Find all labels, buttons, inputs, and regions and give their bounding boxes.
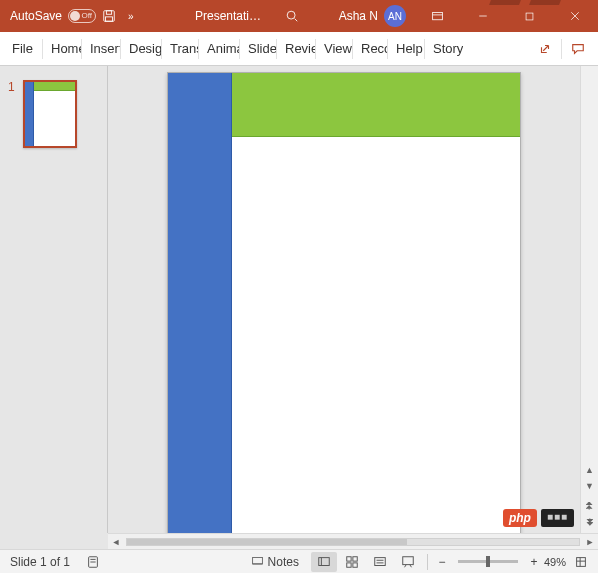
avatar: AN [384,5,406,27]
scroll-track[interactable] [126,538,580,546]
tab-file[interactable]: File [4,32,42,65]
svg-point-3 [287,11,295,19]
thumb-blue-bar [25,82,34,146]
svg-rect-2 [106,17,113,21]
svg-rect-22 [375,557,386,565]
watermark-badges: php ■■■ [503,509,574,527]
scroll-down-icon[interactable]: ▼ [585,479,594,493]
slide-blue-shape[interactable] [168,73,232,533]
slide-thumbnail-pane[interactable]: 1 [0,66,108,533]
tab-view[interactable]: View [316,32,352,65]
horizontal-scrollbar[interactable]: ◄ ► [108,533,598,549]
svg-rect-19 [353,556,357,560]
svg-rect-18 [347,556,351,560]
tab-recording[interactable]: Reco [353,32,387,65]
autosave-toggle[interactable]: AutoSave Off [10,9,96,23]
autosave-label: AutoSave [10,9,62,23]
comments-button[interactable] [566,37,590,61]
notes-label-text: Notes [268,555,299,569]
prev-slide-icon[interactable]: ⯭ [585,499,594,513]
slide-canvas-area[interactable]: php ■■■ [108,66,580,533]
scroll-thumb[interactable] [127,539,407,545]
save-icon[interactable] [100,7,118,25]
zoom-in-button[interactable]: + [526,552,542,572]
zoom-slider[interactable] [458,560,518,563]
accessibility-icon[interactable] [80,552,106,572]
slide-1[interactable] [167,72,521,533]
thumb-green-bar [34,82,75,91]
scroll-right-icon[interactable]: ► [582,537,598,547]
tab-help[interactable]: Help [388,32,424,65]
svg-line-4 [294,19,297,22]
thumbnail-number: 1 [8,80,15,148]
svg-rect-21 [353,562,357,566]
vertical-scrollbar[interactable]: ▲ ▼ ⯭ ⯯ [580,66,598,533]
ribbon-tabs: File Home Insert Design Trans Anima Slid… [0,32,598,66]
slide-sorter-button[interactable] [339,552,365,572]
toggle-off-icon: Off [68,9,96,23]
user-name: Asha N [339,9,378,23]
reading-view-button[interactable] [367,552,393,572]
next-slide-icon[interactable]: ⯯ [585,515,594,529]
svg-rect-16 [319,557,330,565]
zoom-percent[interactable]: 49% [544,556,566,568]
status-bar: Slide 1 of 1 Notes − + 49% [0,549,598,573]
tab-insert[interactable]: Insert [82,32,120,65]
zoom-slider-knob[interactable] [486,556,490,567]
tab-design[interactable]: Design [121,32,161,65]
user-account[interactable]: Asha N AN [331,5,414,27]
slideshow-button[interactable] [395,552,421,572]
tab-transitions[interactable]: Trans [162,32,198,65]
tab-slideshow[interactable]: Slide [240,32,276,65]
svg-rect-5 [432,12,442,19]
tab-review[interactable]: Revie [277,32,315,65]
svg-rect-20 [347,562,351,566]
scroll-up-icon[interactable]: ▲ [585,463,594,477]
svg-rect-25 [403,556,414,564]
document-title: Presentati… [195,0,261,32]
slide-green-shape[interactable] [232,73,520,137]
slide-thumbnail-1[interactable] [23,80,77,148]
svg-rect-14 [252,557,262,564]
search-icon[interactable] [283,7,301,25]
zoom-out-button[interactable]: − [434,552,450,572]
title-bar: AutoSave Off » Presentati… Asha N AN [0,0,598,32]
notes-button[interactable]: Notes [251,555,299,569]
share-button[interactable] [533,37,557,61]
qat-overflow-icon[interactable]: » [122,11,140,22]
svg-rect-1 [106,11,111,15]
svg-rect-28 [577,557,586,566]
site-badge: ■■■ [541,509,574,527]
tab-animations[interactable]: Anima [199,32,239,65]
svg-rect-8 [526,13,533,20]
php-badge: php [503,509,537,527]
fit-to-window-button[interactable] [568,552,594,572]
workspace: 1 php ■■■ ▲ ▼ ⯭ ⯯ [0,66,598,533]
scroll-left-icon[interactable]: ◄ [108,537,124,547]
normal-view-button[interactable] [311,552,337,572]
tab-storyline[interactable]: Storyl [425,32,463,65]
slide-counter: Slide 1 of 1 [10,555,70,569]
ribbon-display-options-icon[interactable] [414,0,460,32]
tab-home[interactable]: Home [43,32,81,65]
